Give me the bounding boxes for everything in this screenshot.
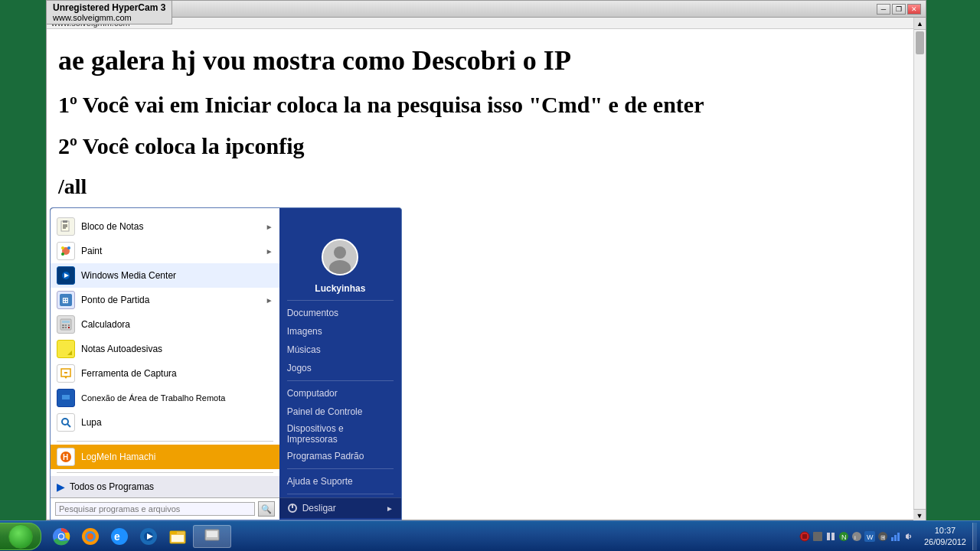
start-item-lupa[interactable]: Lupa bbox=[51, 410, 279, 435]
start-item-capture[interactable]: Ferramenta de Captura bbox=[51, 361, 279, 386]
start-right-ajuda[interactable]: Ajuda e Suporte bbox=[279, 472, 401, 491]
svg-point-45 bbox=[87, 533, 93, 540]
start-right-jogos[interactable]: Jogos bbox=[279, 359, 401, 377]
svg-rect-29 bbox=[63, 403, 69, 403]
rdp-icon bbox=[57, 389, 75, 407]
arrow-icon: ▶ bbox=[57, 481, 65, 493]
paint-icon bbox=[57, 242, 75, 260]
window-title: Unregistered HyperCam 3 bbox=[51, 5, 149, 14]
start-menu-programs: Bloco de Notas ► Paint ► Windows Media C… bbox=[51, 208, 279, 438]
menu-divider2 bbox=[57, 472, 273, 473]
svg-rect-73 bbox=[906, 535, 909, 538]
menu-divider bbox=[57, 441, 273, 442]
svg-text:⊞: ⊞ bbox=[880, 534, 886, 541]
start-right-computador[interactable]: Computador bbox=[279, 384, 401, 403]
tray-stop-icon[interactable] bbox=[812, 530, 824, 543]
svg-rect-59 bbox=[827, 533, 830, 540]
svg-rect-69 bbox=[891, 537, 893, 541]
start-menu-right: Luckyinhas Documentos Imagens Músicas Jo… bbox=[279, 208, 401, 520]
start-right-programas[interactable]: Programas Padrão bbox=[279, 447, 401, 465]
username-label: Luckyinhas bbox=[279, 282, 401, 295]
svg-rect-57 bbox=[802, 534, 807, 539]
start-item-label: Bloco de Notas bbox=[81, 221, 143, 232]
taskbar-mediaplayer-icon[interactable] bbox=[135, 523, 162, 550]
search-bar: 🔍 bbox=[51, 497, 279, 520]
doc-line4: /all bbox=[58, 174, 914, 199]
taskbar-right: N i W ⊞ 10:37 26/09/2012 bbox=[795, 523, 980, 550]
taskbar-firefox-icon[interactable] bbox=[77, 523, 104, 550]
start-right-imagens[interactable]: Imagens bbox=[279, 322, 401, 341]
tray-icon4[interactable]: ⊞ bbox=[877, 530, 889, 543]
minimize-button[interactable]: ─ bbox=[877, 4, 890, 15]
shutdown-arrow-icon: ► bbox=[386, 504, 394, 513]
search-input[interactable] bbox=[55, 502, 255, 516]
music-label: Músicas bbox=[287, 344, 321, 355]
svg-rect-18 bbox=[68, 324, 70, 326]
taskbar-app-icon[interactable] bbox=[193, 525, 231, 548]
svg-rect-71 bbox=[897, 533, 900, 541]
images-label: Imagens bbox=[287, 326, 322, 337]
svg-text:H: H bbox=[63, 453, 68, 461]
tray-sound-icon[interactable] bbox=[903, 530, 915, 543]
doc-line1: ae galera hj vou mostra como Descobri o … bbox=[58, 44, 914, 77]
calc-icon bbox=[57, 315, 75, 334]
start-item-calc[interactable]: Calculadora bbox=[51, 312, 279, 337]
tray-network-icon[interactable] bbox=[890, 530, 902, 543]
checkpoint-icon: ⊞ bbox=[57, 291, 75, 309]
notepad-icon bbox=[57, 217, 75, 236]
search-button[interactable]: 🔍 bbox=[258, 501, 275, 517]
svg-point-63 bbox=[852, 532, 861, 541]
svg-point-35 bbox=[334, 246, 346, 259]
svg-point-42 bbox=[59, 534, 64, 539]
all-programs-label: Todos os Programas bbox=[70, 481, 154, 492]
taskbar-ie-icon[interactable]: e bbox=[106, 523, 133, 550]
svg-point-7 bbox=[67, 246, 70, 249]
svg-rect-28 bbox=[64, 401, 67, 403]
start-right-documentos[interactable]: Documentos bbox=[279, 304, 401, 322]
svg-rect-15 bbox=[62, 321, 70, 323]
right-divider bbox=[287, 300, 394, 301]
start-item-paint[interactable]: Paint ► bbox=[51, 239, 279, 263]
start-item-wmc[interactable]: Windows Media Center bbox=[51, 263, 279, 288]
doc-line3: 2º Você coloca la ipconfig bbox=[58, 133, 914, 159]
start-button[interactable] bbox=[0, 523, 41, 550]
clock[interactable]: 10:37 26/09/2012 bbox=[920, 525, 971, 547]
tray-icon2[interactable]: i bbox=[851, 530, 863, 543]
restore-button[interactable]: ❐ bbox=[892, 4, 906, 15]
close-button[interactable]: ✕ bbox=[907, 4, 921, 15]
shutdown-bar[interactable]: Desligar ► bbox=[279, 497, 401, 518]
wmc-icon bbox=[57, 266, 75, 285]
start-item-notas[interactable]: Notas Autoadesivas bbox=[51, 337, 279, 361]
power-icon bbox=[287, 503, 298, 514]
start-item-rdp[interactable]: Conexão de Área de Trabalho Remota bbox=[51, 386, 279, 410]
start-right-musicas[interactable]: Músicas bbox=[279, 341, 401, 359]
start-right-dispositivos[interactable]: Dispositivos e Impressoras bbox=[279, 421, 401, 447]
tray-icon3[interactable]: W bbox=[864, 530, 876, 543]
right-divider3 bbox=[287, 468, 394, 469]
svg-rect-52 bbox=[170, 531, 177, 534]
svg-text:i: i bbox=[854, 534, 856, 541]
all-programs-button[interactable]: ▶ Todos os Programas bbox=[51, 476, 279, 497]
tray-pause-icon[interactable] bbox=[825, 530, 837, 543]
taskbar: e N bbox=[0, 520, 980, 551]
svg-rect-20 bbox=[65, 327, 67, 328]
taskbar-chrome-icon[interactable] bbox=[47, 523, 75, 550]
start-item-label: Ponto de Partida bbox=[81, 295, 149, 305]
tray-record-icon[interactable] bbox=[799, 530, 811, 543]
shutdown-label: Desligar bbox=[302, 503, 336, 514]
start-right-painel[interactable]: Painel de Controle bbox=[279, 403, 401, 421]
taskbar-pinned: e bbox=[44, 523, 234, 550]
show-desktop-button[interactable] bbox=[972, 523, 977, 550]
svg-text:W: W bbox=[867, 533, 874, 541]
start-item-label: Ferramenta de Captura bbox=[81, 368, 177, 379]
svg-text:⊞: ⊞ bbox=[62, 296, 68, 305]
svg-rect-70 bbox=[894, 535, 897, 541]
start-item-ponto[interactable]: ⊞ Ponto de Partida ► bbox=[51, 288, 279, 312]
tray-icon1[interactable]: N bbox=[838, 530, 850, 543]
start-item-hamachi[interactable]: H LogMeIn Hamachi bbox=[51, 445, 279, 469]
scrollbar[interactable]: ▲ ▼ bbox=[913, 18, 926, 521]
taskbar-explorer-icon[interactable] bbox=[164, 523, 191, 550]
start-item-bloco-de-notas[interactable]: Bloco de Notas ► bbox=[51, 214, 279, 239]
default-programs-label: Programas Padrão bbox=[287, 451, 364, 461]
start-menu: Bloco de Notas ► Paint ► Windows Media C… bbox=[50, 207, 402, 520]
